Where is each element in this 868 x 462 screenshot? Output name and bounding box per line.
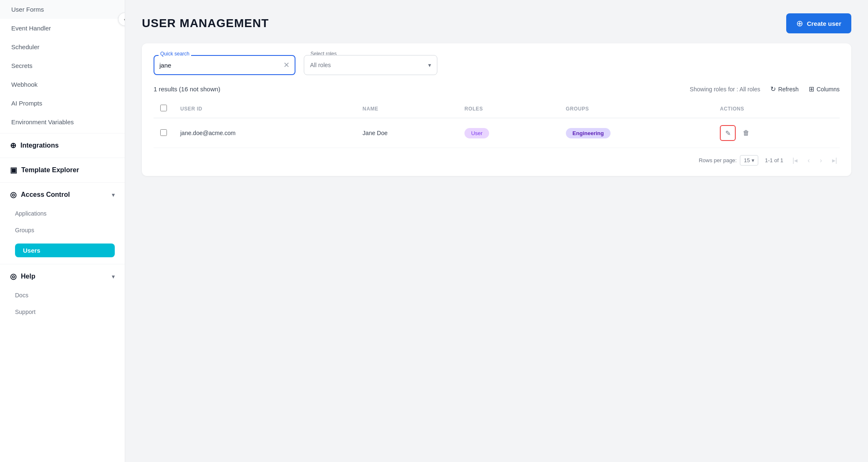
select-all-cell xyxy=(154,100,174,118)
row-checkbox[interactable] xyxy=(160,129,167,136)
users-table: USER ID NAME ROLES GROUPS ACTIONS jane.d… xyxy=(154,100,840,148)
sidebar-item-label: Secrets xyxy=(11,62,33,69)
sidebar-section-label: Template Explorer xyxy=(21,166,79,174)
refresh-icon: ↻ xyxy=(770,85,776,93)
group-badge: Engineering xyxy=(566,128,611,138)
sidebar-item-applications[interactable]: Applications xyxy=(0,205,125,222)
sidebar-item-ai-prompts[interactable]: AI Prompts xyxy=(0,94,125,113)
content-card: Quick search ✕ Select roles All roles Ad… xyxy=(142,43,851,176)
select-roles-field: Select roles All roles Admin User Manage… xyxy=(304,55,437,75)
help-icon: ◎ xyxy=(10,272,17,281)
columns-label: Columns xyxy=(817,86,840,93)
clear-search-icon[interactable]: ✕ xyxy=(283,60,290,70)
template-explorer-icon: ▣ xyxy=(10,166,17,175)
name-value: Jane Doe xyxy=(363,130,388,136)
table-header-row: USER ID NAME ROLES GROUPS ACTIONS xyxy=(154,100,840,118)
sidebar-section-label: Help xyxy=(21,273,35,280)
refresh-button[interactable]: ↻ Refresh xyxy=(770,85,799,93)
create-user-label: Create user xyxy=(807,20,841,27)
sidebar: ‹ User Forms Event Handler Scheduler Sec… xyxy=(0,0,125,462)
table-row: jane.doe@acme.com Jane Doe User Engineer… xyxy=(154,118,840,148)
sidebar-section-access-control[interactable]: ◎ Access Control ▾ xyxy=(0,184,125,205)
actions-container: ✎ 🗑 xyxy=(720,125,833,141)
sidebar-item-label: Environment Variables xyxy=(11,118,74,126)
rows-per-page-select[interactable]: 15 ▾ xyxy=(740,155,758,166)
search-row: Quick search ✕ Select roles All roles Ad… xyxy=(154,55,840,75)
rows-per-page-value: 15 xyxy=(744,157,749,163)
select-all-checkbox[interactable] xyxy=(160,105,167,111)
sidebar-item-label: AI Prompts xyxy=(11,100,42,107)
create-user-button[interactable]: ⊕ Create user xyxy=(786,13,851,33)
chevron-down-icon: ▾ xyxy=(112,274,115,280)
quick-search-wrapper: ✕ xyxy=(154,55,295,75)
delete-button[interactable]: 🗑 xyxy=(738,125,754,141)
sidebar-item-label: Docs xyxy=(15,292,28,299)
pagination-row: Rows per page: 15 ▾ 1-1 of 1 |◂ ‹ › ▸| xyxy=(154,148,840,168)
search-input[interactable] xyxy=(159,62,283,69)
sidebar-item-label: Groups xyxy=(15,227,34,234)
chevron-down-icon: ▾ xyxy=(112,192,115,198)
actions-cell: ✎ 🗑 xyxy=(713,118,840,148)
col-roles: ROLES xyxy=(458,100,559,118)
sidebar-item-scheduler[interactable]: Scheduler xyxy=(0,38,125,56)
row-select-cell xyxy=(154,118,174,148)
sidebar-item-label: Event Handler xyxy=(11,25,51,32)
rows-dropdown-arrow-icon: ▾ xyxy=(752,157,754,163)
groups-cell: Engineering xyxy=(559,118,713,148)
rows-per-page-control: Rows per page: 15 ▾ xyxy=(699,155,758,166)
columns-icon: ⊞ xyxy=(809,85,814,93)
columns-button[interactable]: ⊞ Columns xyxy=(809,85,840,93)
sidebar-item-users[interactable]: Users xyxy=(0,239,125,262)
roles-cell: User xyxy=(458,118,559,148)
main-content: USER MANAGEMENT ⊕ Create user Quick sear… xyxy=(125,0,868,462)
refresh-label: Refresh xyxy=(778,86,799,93)
first-page-button[interactable]: |◂ xyxy=(790,155,800,166)
sidebar-item-support[interactable]: Support xyxy=(0,304,125,320)
sidebar-section-integrations[interactable]: ⊕ Integrations xyxy=(0,135,125,156)
sidebar-section-label: Access Control xyxy=(21,191,70,198)
access-control-icon: ◎ xyxy=(10,190,17,199)
edit-button[interactable]: ✎ xyxy=(720,125,736,141)
integrations-icon: ⊕ xyxy=(10,141,16,150)
plus-icon: ⊕ xyxy=(796,18,803,28)
rows-per-page-label: Rows per page: xyxy=(699,157,737,163)
col-actions: ACTIONS xyxy=(713,100,840,118)
sidebar-item-secrets[interactable]: Secrets xyxy=(0,56,125,75)
sidebar-item-groups[interactable]: Groups xyxy=(0,222,125,239)
sidebar-section-help[interactable]: ◎ Help ▾ xyxy=(0,266,125,287)
sidebar-item-label: User Forms xyxy=(11,6,44,13)
edit-icon: ✎ xyxy=(725,129,731,137)
sidebar-item-label: Applications xyxy=(15,210,47,217)
sidebar-item-webhook[interactable]: Webhook xyxy=(0,75,125,94)
sidebar-item-user-forms[interactable]: User Forms xyxy=(0,0,125,19)
select-roles-wrapper: All roles Admin User Manager ▾ xyxy=(304,55,437,75)
sidebar-item-docs[interactable]: Docs xyxy=(0,287,125,304)
select-roles-dropdown[interactable]: All roles Admin User Manager xyxy=(310,62,428,68)
sidebar-item-label: Support xyxy=(15,309,35,315)
delete-icon: 🗑 xyxy=(743,129,749,137)
showing-roles-text: Showing roles for : All roles xyxy=(690,86,760,93)
page-title: USER MANAGEMENT xyxy=(142,17,269,30)
dropdown-arrow-icon: ▾ xyxy=(428,62,431,68)
last-page-button[interactable]: ▸| xyxy=(830,155,840,166)
results-count: 1 results (16 not shown) xyxy=(154,85,220,93)
sidebar-item-label: Scheduler xyxy=(11,43,40,50)
quick-search-label: Quick search xyxy=(159,51,191,57)
sidebar-section-template-explorer[interactable]: ▣ Template Explorer xyxy=(0,160,125,181)
page-header: USER MANAGEMENT ⊕ Create user xyxy=(125,0,868,43)
name-cell: Jane Doe xyxy=(356,118,458,148)
users-active-label: Users xyxy=(15,244,115,257)
toolbar-right: Showing roles for : All roles ↻ Refresh … xyxy=(690,85,840,93)
role-badge: User xyxy=(464,128,489,138)
col-user-id: USER ID xyxy=(174,100,356,118)
sidebar-item-event-handler[interactable]: Event Handler xyxy=(0,19,125,38)
user-id-value: jane.doe@acme.com xyxy=(180,130,236,136)
sidebar-section-label: Integrations xyxy=(20,142,59,149)
next-page-button[interactable]: › xyxy=(818,155,825,166)
sidebar-item-environment-variables[interactable]: Environment Variables xyxy=(0,113,125,131)
col-name: NAME xyxy=(356,100,458,118)
prev-page-button[interactable]: ‹ xyxy=(805,155,812,166)
user-id-cell: jane.doe@acme.com xyxy=(174,118,356,148)
table-toolbar: 1 results (16 not shown) Showing roles f… xyxy=(154,85,840,93)
quick-search-field: Quick search ✕ xyxy=(154,55,295,75)
